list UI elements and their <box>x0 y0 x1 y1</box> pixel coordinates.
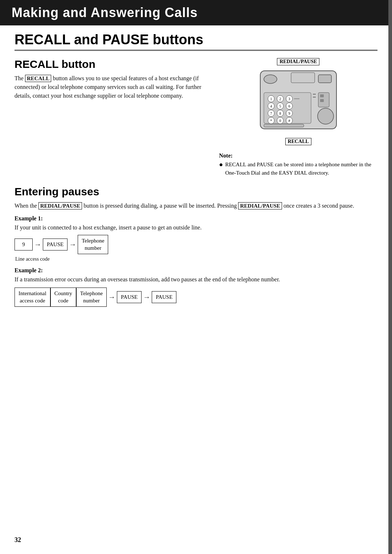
arrow-icon-2: → <box>68 240 78 249</box>
page-title: Making and Answering Calls <box>12 5 198 20</box>
right-column: REDIAL/PAUSE 1 2 <box>219 54 378 177</box>
phone-illustration: 1 2 3 4 5 6 7 <box>257 65 340 138</box>
example2-heading: Example 2: <box>15 267 377 274</box>
svg-text:1: 1 <box>270 97 272 101</box>
diag-cell-telephone2: Telephonenumber <box>76 288 107 307</box>
svg-rect-31 <box>320 94 324 97</box>
diag-cell-intl: Internationalaccess code <box>15 288 50 307</box>
svg-text:9: 9 <box>288 111 290 115</box>
example2-diagram-row: Internationalaccess code Countrycode Tel… <box>15 288 377 307</box>
pauses-section: Entering pauses When the REDIAL/PAUSE bu… <box>15 186 377 307</box>
diag-cell-country: Countrycode <box>50 288 76 307</box>
section-title: RECALL and PAUSE buttons <box>15 32 377 51</box>
svg-text:8: 8 <box>279 111 281 115</box>
arrow-icon-3: → <box>107 293 117 301</box>
header-bar: Making and Answering Calls <box>0 0 392 25</box>
svg-text:#: # <box>288 119 290 123</box>
two-column-layout: RECALL button The RECALL button allows y… <box>15 54 377 177</box>
diag-cell-pause1: PAUSE <box>43 239 68 251</box>
left-column: RECALL button The RECALL button allows y… <box>15 54 208 177</box>
note-item: ● RECALL and PAUSE can be stored into a … <box>219 160 378 177</box>
line-access-label: Line access code <box>15 256 377 262</box>
redial-pause-label-2: REDIAL/PAUSE <box>238 202 282 209</box>
svg-rect-32 <box>320 99 324 102</box>
note-heading: Note: <box>219 152 378 159</box>
svg-text:0: 0 <box>279 119 281 123</box>
note-text: RECALL and PAUSE can be stored into a te… <box>225 160 377 177</box>
diag-cell-pause3: PAUSE <box>152 291 176 304</box>
svg-text:5: 5 <box>279 104 281 108</box>
svg-rect-36 <box>264 124 304 127</box>
redial-pause-label-1: REDIAL/PAUSE <box>38 202 82 209</box>
right-accent-bar <box>388 0 392 554</box>
svg-rect-3 <box>291 73 315 83</box>
arrow-icon-4: → <box>142 293 152 301</box>
example1-body: If your unit is connected to a host exch… <box>15 223 377 232</box>
example1-heading: Example 1: <box>15 215 377 222</box>
recall-label: RECALL <box>25 75 52 82</box>
svg-text:4: 4 <box>270 104 272 108</box>
arrow-icon-1: → <box>33 240 43 249</box>
example1-diagram-row: 9 → PAUSE → Telephonenumber <box>15 235 377 254</box>
pauses-heading: Entering pauses <box>15 186 377 198</box>
svg-point-33 <box>318 108 334 124</box>
bullet-icon: ● <box>219 160 223 169</box>
diag-cell-9: 9 <box>15 239 33 251</box>
diag-cell-telephone1: Telephonenumber <box>78 235 108 254</box>
diag-cell-pause2: PAUSE <box>117 291 142 304</box>
pauses-body: When the REDIAL/PAUSE button is pressed … <box>15 201 377 210</box>
main-content: RECALL and PAUSE buttons RECALL button T… <box>0 32 392 323</box>
recall-heading: RECALL button <box>15 58 208 70</box>
page-number: 32 <box>15 536 21 544</box>
svg-text:7: 7 <box>270 111 272 115</box>
svg-text:*: * <box>270 119 272 123</box>
example2-body: If a transmission error occurs during an… <box>15 275 377 284</box>
phone-label-top: REDIAL/PAUSE <box>277 58 319 65</box>
example1-diagram: 9 → PAUSE → Telephonenumber Line access … <box>15 232 377 262</box>
svg-rect-35 <box>313 97 316 98</box>
svg-text:2: 2 <box>279 97 281 101</box>
note-section: Note: ● RECALL and PAUSE can be stored i… <box>219 152 378 177</box>
svg-rect-34 <box>313 94 316 95</box>
svg-text:6: 6 <box>288 104 290 108</box>
svg-point-1 <box>264 75 277 83</box>
phone-label-bottom: RECALL <box>285 138 311 145</box>
svg-text:3: 3 <box>288 97 290 101</box>
svg-rect-2 <box>318 75 331 83</box>
recall-body: The RECALL button allows you to use spec… <box>15 74 208 100</box>
phone-wrapper: REDIAL/PAUSE 1 2 <box>257 58 340 145</box>
